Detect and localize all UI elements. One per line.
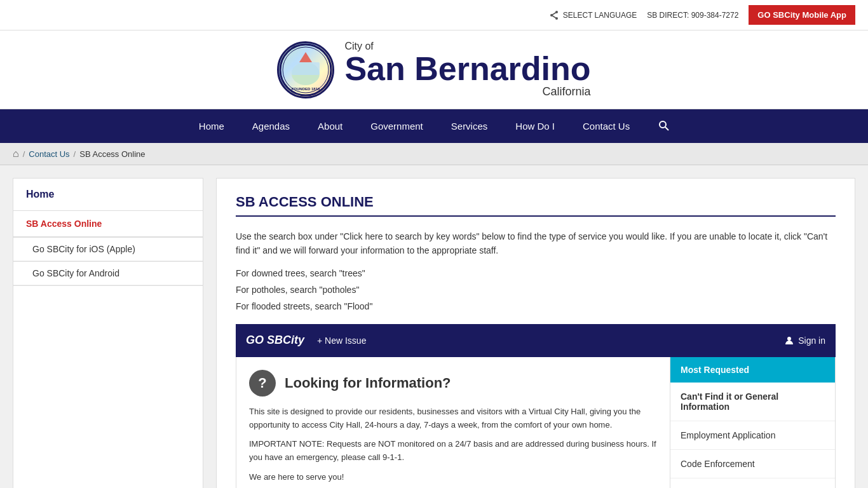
widget-main: ? Looking for Information? This site is … (236, 357, 670, 488)
logo: FOUNDED 1810 City of San Bernardino Cali… (277, 41, 590, 98)
sidebar-android[interactable]: Go SBCity for Android (13, 262, 203, 285)
widget-title: Looking for Information? (285, 375, 451, 391)
svg-point-11 (660, 121, 666, 128)
svg-marker-9 (299, 52, 312, 62)
go-sbcity-title: GO SBCity (246, 334, 304, 347)
main-content: SB ACCESS ONLINE Use the search box unde… (216, 178, 855, 488)
sidebar-cant-find[interactable]: Can't Find it or General Information (670, 383, 835, 421)
nav-about[interactable]: About (304, 111, 356, 142)
most-requested-header: Most Requested (670, 357, 835, 383)
nav-search-icon[interactable] (644, 109, 683, 143)
sidebar-home[interactable]: Home (13, 179, 203, 211)
app-button[interactable]: GO SBCity Mobile App (749, 5, 855, 25)
widget-sidebar: Most Requested Can't Find it or General … (670, 357, 835, 488)
logo-text: City of San Bernardino California (344, 41, 590, 98)
widget-body-p2: IMPORTANT NOTE: Requests are NOT monitor… (249, 438, 657, 464)
go-sbcity-bar: GO SBCity + New Issue Sign in (236, 324, 836, 357)
widget-body-p1: This site is designed to provide our res… (249, 405, 657, 432)
sidebar-divider-3 (13, 285, 203, 286)
main-nav: Home Agendas About Government Services H… (0, 109, 868, 143)
state-name: California (344, 85, 590, 98)
svg-line-12 (665, 127, 668, 130)
user-icon (784, 336, 794, 346)
tip-trees: For downed trees, search "trees" (236, 268, 836, 278)
sidebar: Home SB Access Online Go SBCity for iOS … (13, 178, 203, 488)
home-icon[interactable]: ⌂ (13, 148, 19, 159)
new-issue-button[interactable]: + New Issue (317, 336, 366, 346)
tip-potholes: For potholes, search "potholes" (236, 285, 836, 295)
question-icon: ? (249, 370, 276, 396)
nav-services[interactable]: Services (437, 111, 502, 142)
nav-how-do-i[interactable]: How Do I (501, 111, 569, 142)
sign-in-button[interactable]: Sign in (784, 336, 825, 346)
site-header: FOUNDED 1810 City of San Bernardino Cali… (0, 30, 868, 109)
main-layout: Home SB Access Online Go SBCity for iOS … (0, 165, 868, 488)
sidebar-public-records[interactable]: Public Records Request (670, 478, 835, 488)
breadcrumb-sep-1: / (23, 149, 25, 159)
city-seal: FOUNDED 1810 (277, 41, 334, 98)
tip-flood: For flooded streets, search "Flood" (236, 301, 836, 311)
sidebar-employment[interactable]: Employment Application (670, 421, 835, 450)
sidebar-code-enforcement[interactable]: Code Enforcement (670, 450, 835, 478)
sidebar-ios[interactable]: Go SBCity for iOS (Apple) (13, 238, 203, 261)
breadcrumb-current: SB Access Online (79, 149, 145, 159)
page-title: SB ACCESS ONLINE (236, 194, 836, 217)
nav-agendas[interactable]: Agendas (238, 111, 304, 142)
widget-body: This site is designed to provide our res… (249, 405, 657, 484)
top-bar: SELECT LANGUAGE SB DIRECT: 909-384-7272 … (0, 0, 868, 30)
widget-content: ? Looking for Information? This site is … (236, 357, 836, 488)
svg-point-13 (787, 337, 791, 341)
widget-header: ? Looking for Information? (249, 370, 657, 396)
content-description: Use the search box under "Click here to … (236, 229, 836, 258)
sidebar-sb-access-online[interactable]: SB Access Online (13, 211, 203, 237)
city-name: San Bernardino (344, 52, 590, 85)
svg-line-4 (552, 15, 557, 18)
nav-contact-us[interactable]: Contact Us (569, 111, 644, 142)
svg-line-3 (552, 12, 557, 15)
svg-text:FOUNDED 1810: FOUNDED 1810 (292, 87, 320, 91)
widget-body-p3: We are here to serve you! (249, 471, 657, 484)
sb-direct-label: SB DIRECT: 909-384-7272 (647, 11, 738, 20)
svg-rect-8 (292, 62, 320, 75)
breadcrumb-sep-2: / (74, 149, 76, 159)
language-selector[interactable]: SELECT LANGUAGE (549, 10, 637, 20)
nav-government[interactable]: Government (356, 111, 437, 142)
nav-home[interactable]: Home (185, 111, 238, 142)
breadcrumb: ⌂ / Contact Us / SB Access Online (0, 143, 868, 165)
breadcrumb-contact-us[interactable]: Contact Us (29, 149, 69, 159)
share-icon (549, 10, 559, 20)
language-label: SELECT LANGUAGE (563, 11, 637, 20)
